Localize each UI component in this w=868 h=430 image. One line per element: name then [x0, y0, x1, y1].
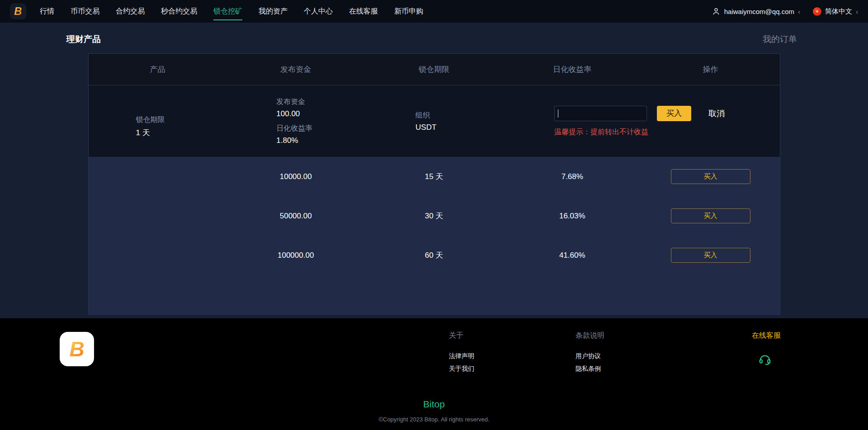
- col-header-action: 操作: [642, 64, 780, 75]
- buy-button[interactable]: 买入: [671, 208, 750, 223]
- page-title: 理财产品: [66, 33, 101, 45]
- col-header-lock-period: 锁仓期限: [365, 64, 503, 75]
- daily-rate-label: 日化收益率: [276, 124, 365, 133]
- publish-funds-value: 100.00: [276, 109, 365, 118]
- language-label: 简体中文: [825, 7, 852, 16]
- footer-link-about-us[interactable]: 关于我们: [449, 365, 474, 373]
- table-row: 10000.00 15 天 7.68% 买入: [89, 157, 780, 196]
- footer-terms-column: 条款说明 用户协议 隐私条例: [576, 331, 604, 373]
- daily-rate-value: 1.80%: [276, 136, 365, 145]
- buy-button[interactable]: 买入: [671, 169, 750, 184]
- table-row: 100000.00 60 天 41.60% 买入: [89, 236, 780, 275]
- nav-item-new-coin[interactable]: 新币申购: [394, 0, 423, 23]
- lock-period-value: 1 天: [136, 128, 227, 138]
- row-rate: 7.68%: [503, 172, 642, 181]
- top-navbar: B 行情 币币交易 合约交易 秒合约交易 锁仓挖矿 我的资产 个人中心 在线客服…: [0, 0, 868, 23]
- footer-support-title[interactable]: 在线客服: [752, 331, 781, 340]
- nav-item-my-assets[interactable]: 我的资产: [259, 0, 288, 23]
- buy-button[interactable]: 买入: [671, 248, 750, 263]
- expanded-product-row: 锁仓期限 1 天 发布资金 100.00 日化收益率 1.80% 组织 USDT: [89, 85, 780, 157]
- nav-item-online-service[interactable]: 在线客服: [349, 0, 378, 23]
- org-label: 组织: [415, 111, 503, 120]
- lock-period-label: 锁仓期限: [136, 115, 227, 125]
- warning-text: 温馨提示：提前转出不计收益: [554, 128, 780, 137]
- footer-brand-name: Bitop: [0, 399, 868, 410]
- nav-item-contract-trade[interactable]: 合约交易: [116, 0, 145, 23]
- chevron-icon: [798, 8, 800, 15]
- expanded-org: 组织 USDT: [365, 85, 503, 157]
- footer-terms-title: 条款说明: [576, 331, 604, 340]
- nav-item-second-contract[interactable]: 秒合约交易: [161, 0, 197, 23]
- col-header-daily-rate: 日化收益率: [503, 64, 642, 75]
- text-caret: [558, 109, 558, 118]
- brand-logo-icon: B: [14, 6, 22, 17]
- footer-support-column: 在线客服: [752, 331, 781, 366]
- chevron-icon: [856, 8, 858, 15]
- navbar-right: haiwaiymcom@qq.com ★ 简体中文: [712, 7, 858, 16]
- buy-amount-input[interactable]: [554, 106, 647, 121]
- account-email: haiwaiymcom@qq.com: [724, 8, 794, 15]
- footer-about-column: 关于 法律声明 关于我们: [449, 331, 474, 373]
- nav-item-spot-trade[interactable]: 币币交易: [71, 0, 99, 23]
- nav-item-personal-center[interactable]: 个人中心: [304, 0, 333, 23]
- products-table: 产品 发布资金 锁仓期限 日化收益率 操作 锁仓期限 1 天 发布资金 100.…: [88, 53, 780, 315]
- footer-link-legal[interactable]: 法律声明: [449, 352, 474, 360]
- flag-icon: ★: [813, 7, 821, 16]
- col-header-product: 产品: [89, 64, 227, 75]
- footer-logo: B: [60, 332, 94, 366]
- buy-amount-input-wrap: [554, 106, 647, 121]
- footer-about-title: 关于: [449, 331, 474, 340]
- table-row: 50000.00 30 天 16.03% 买入: [89, 196, 780, 236]
- row-period: 60 天: [365, 250, 503, 260]
- footer-logo-icon: B: [69, 339, 84, 359]
- footer-link-user-agreement[interactable]: 用户协议: [576, 352, 604, 360]
- headset-icon[interactable]: [758, 352, 772, 366]
- expanded-funds: 发布资金 100.00 日化收益率 1.80%: [226, 85, 365, 157]
- nav-item-market[interactable]: 行情: [40, 0, 54, 23]
- page-head: 理财产品 我的订单: [0, 23, 868, 45]
- nav-item-lockup-mining[interactable]: 锁仓挖矿: [213, 0, 242, 23]
- table-empty-space: [89, 275, 780, 314]
- row-rate: 41.60%: [503, 251, 642, 260]
- language-selector[interactable]: ★ 简体中文: [813, 7, 858, 16]
- row-amount: 50000.00: [226, 212, 365, 221]
- row-amount: 10000.00: [226, 172, 365, 181]
- confirm-buy-button[interactable]: 买入: [657, 106, 691, 121]
- footer-link-privacy[interactable]: 隐私条例: [576, 365, 604, 373]
- row-period: 15 天: [365, 171, 503, 182]
- row-rate: 16.03%: [503, 212, 642, 221]
- my-orders-link[interactable]: 我的订单: [763, 33, 797, 45]
- expanded-action-area: 买入 取消 温馨提示：提前转出不计收益: [503, 85, 780, 157]
- table-header: 产品 发布资金 锁仓期限 日化收益率 操作: [89, 54, 780, 85]
- footer-copyright: ©Copyright 2023 Bitop. All rights reserv…: [0, 416, 868, 423]
- main-nav: 行情 币币交易 合约交易 秒合约交易 锁仓挖矿 我的资产 个人中心 在线客服 新…: [40, 0, 423, 23]
- col-header-publish-funds: 发布资金: [226, 64, 365, 75]
- row-period: 30 天: [365, 211, 503, 221]
- org-value: USDT: [415, 123, 503, 132]
- person-icon: [712, 7, 721, 16]
- account-menu[interactable]: haiwaiymcom@qq.com: [712, 7, 800, 16]
- row-amount: 100000.00: [226, 251, 365, 260]
- publish-funds-label: 发布资金: [276, 97, 365, 107]
- brand-logo[interactable]: B: [10, 3, 26, 19]
- cancel-button[interactable]: 取消: [708, 108, 725, 119]
- expanded-lock-period: 锁仓期限 1 天: [89, 85, 227, 157]
- footer: B 关于 法律声明 关于我们 条款说明 用户协议 隐私条例 在线客服 Bitop…: [0, 318, 868, 430]
